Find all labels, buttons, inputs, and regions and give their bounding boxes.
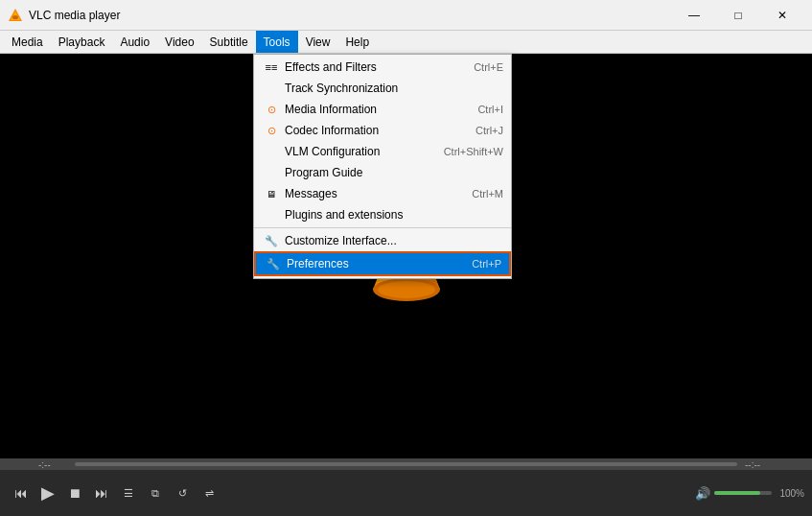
- effects-shortcut: Ctrl+E: [474, 61, 503, 73]
- menu-item-vlm[interactable]: VLM Configuration Ctrl+Shift+W: [254, 141, 511, 162]
- previous-button[interactable]: ⏮: [8, 480, 35, 506]
- minimize-button[interactable]: —: [672, 0, 716, 31]
- menu-video[interactable]: Video: [157, 31, 201, 53]
- messages-shortcut: Ctrl+M: [472, 188, 503, 199]
- preferences-icon: 🔧: [264, 258, 283, 270]
- effects-icon: ≡≡: [262, 61, 281, 73]
- extended-settings-button[interactable]: ⧉: [142, 480, 169, 506]
- menu-item-customize[interactable]: 🔧 Customize Interface...: [254, 230, 511, 251]
- seek-bar-area: -:-- --:--: [0, 458, 812, 470]
- effects-label: Effects and Filters: [285, 60, 454, 74]
- play-button[interactable]: ▶: [35, 480, 61, 506]
- messages-label: Messages: [285, 187, 452, 200]
- menu-item-plugins[interactable]: Plugins and extensions: [254, 204, 511, 225]
- codec-info-icon: ⊙: [262, 125, 281, 137]
- codec-info-shortcut: Ctrl+J: [476, 125, 503, 136]
- seek-track[interactable]: [75, 462, 737, 466]
- menu-item-track-sync[interactable]: Track Synchronization: [254, 78, 511, 99]
- menu-subtitle[interactable]: Subtitle: [202, 31, 256, 53]
- media-info-label: Media Information: [285, 103, 458, 116]
- menu-item-preferences[interactable]: 🔧 Preferences Ctrl+P: [254, 251, 511, 276]
- dropdown-separator: [254, 227, 511, 228]
- svg-point-6: [378, 281, 435, 298]
- vlm-shortcut: Ctrl+Shift+W: [444, 146, 503, 157]
- maximize-button[interactable]: □: [716, 0, 760, 31]
- menu-media[interactable]: Media: [4, 31, 51, 53]
- svg-point-2: [12, 15, 18, 19]
- window-controls: — □ ✕: [672, 0, 804, 31]
- loop-button[interactable]: ↺: [169, 480, 196, 506]
- controls-bar: -:-- --:-- ⏮ ▶ ⏹ ⏭ ☰ ⧉ ↺ ⇌ 🔊 100%: [0, 458, 812, 516]
- plugins-label: Plugins and extensions: [285, 208, 484, 222]
- preferences-label: Preferences: [287, 257, 452, 270]
- next-button[interactable]: ⏭: [88, 480, 115, 506]
- volume-percent: 100%: [779, 488, 804, 499]
- close-button[interactable]: ✕: [760, 0, 804, 31]
- app-title: VLC media player: [29, 9, 672, 22]
- toggle-playlist-button[interactable]: ☰: [115, 480, 142, 506]
- random-button[interactable]: ⇌: [196, 480, 222, 506]
- preferences-shortcut: Ctrl+P: [472, 258, 501, 270]
- menu-audio[interactable]: Audio: [112, 31, 157, 53]
- menu-item-media-info[interactable]: ⊙ Media Information Ctrl+I: [254, 99, 511, 120]
- stop-button[interactable]: ⏹: [61, 480, 88, 506]
- menu-item-effects[interactable]: ≡≡ Effects and Filters Ctrl+E: [254, 57, 511, 78]
- menu-playback[interactable]: Playback: [51, 31, 113, 53]
- menu-help[interactable]: Help: [337, 31, 377, 53]
- volume-icon: 🔊: [695, 486, 710, 501]
- volume-bar[interactable]: [714, 491, 772, 495]
- vlm-label: VLM Configuration: [285, 145, 425, 158]
- volume-fill: [714, 491, 760, 495]
- menu-tools[interactable]: Tools: [256, 31, 298, 53]
- customize-label: Customize Interface...: [285, 234, 484, 247]
- program-guide-label: Program Guide: [285, 166, 484, 179]
- track-sync-label: Track Synchronization: [285, 82, 484, 95]
- volume-area: 🔊 100%: [695, 486, 804, 501]
- menu-view[interactable]: View: [298, 31, 338, 53]
- codec-info-label: Codec Information: [285, 124, 456, 137]
- menu-item-codec-info[interactable]: ⊙ Codec Information Ctrl+J: [254, 120, 511, 141]
- seek-time-left: -:--: [38, 459, 67, 470]
- messages-icon: 🖥: [262, 189, 281, 199]
- seek-time-right: --:--: [745, 459, 774, 470]
- titlebar: VLC media player — □ ✕: [0, 0, 812, 31]
- menu-item-program-guide[interactable]: Program Guide: [254, 162, 511, 183]
- customize-icon: 🔧: [262, 235, 281, 247]
- menu-item-messages[interactable]: 🖥 Messages Ctrl+M: [254, 183, 511, 204]
- media-info-icon: ⊙: [262, 104, 281, 116]
- buttons-row: ⏮ ▶ ⏹ ⏭ ☰ ⧉ ↺ ⇌ 🔊 100%: [0, 470, 812, 516]
- media-info-shortcut: Ctrl+I: [477, 104, 503, 115]
- app-icon: [8, 8, 23, 23]
- tools-dropdown: ≡≡ Effects and Filters Ctrl+E Track Sync…: [253, 54, 512, 279]
- menubar: Media Playback Audio Video Subtitle Tool…: [0, 31, 812, 54]
